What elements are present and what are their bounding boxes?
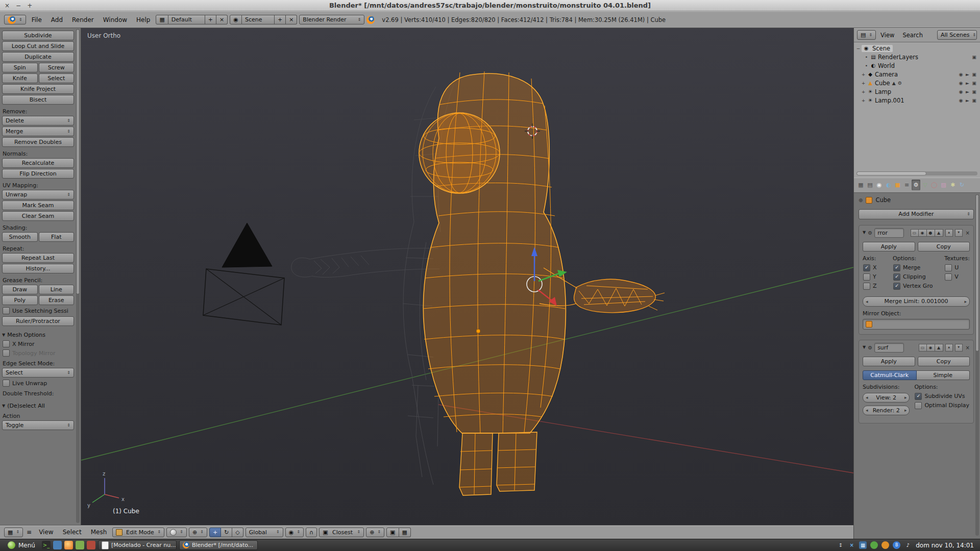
monster-head[interactable] bbox=[419, 113, 500, 193]
modifier-name-field[interactable]: rror bbox=[874, 228, 904, 238]
delete-layout-button[interactable]: × bbox=[216, 15, 228, 24]
viewport-shading-select[interactable]: ⇕ bbox=[166, 528, 187, 537]
taskbar-window-blender[interactable]: Blender* [/mnt/dato... bbox=[179, 540, 258, 550]
expander-icon[interactable]: + bbox=[860, 72, 867, 77]
viewport-canvas[interactable]: z y x bbox=[81, 28, 853, 525]
tab-render-icon[interactable]: ▦ bbox=[856, 180, 865, 190]
smooth-button[interactable]: Smooth bbox=[2, 232, 38, 242]
outliner-item-scene[interactable]: − ◉ Scene bbox=[855, 44, 979, 53]
outliner-item-world[interactable]: • ◐ World bbox=[855, 61, 979, 70]
stepper-left-icon[interactable]: ◂ bbox=[866, 408, 868, 413]
slider-right-icon[interactable]: ▸ bbox=[964, 299, 967, 304]
selectability-toggle-icon[interactable]: ► bbox=[964, 89, 971, 94]
screw-button[interactable]: Screw bbox=[39, 63, 75, 72]
unwrap-menu-button[interactable]: Unwrap ⇕ bbox=[2, 190, 74, 199]
selectability-toggle-icon[interactable]: ► bbox=[964, 98, 971, 103]
shield-icon[interactable] bbox=[870, 541, 878, 549]
deselect-all-panel-header[interactable]: ▼ (De)select All bbox=[2, 403, 74, 409]
gp-erase-button[interactable]: Erase bbox=[39, 295, 75, 305]
snap-element-select[interactable]: ▣ Closest ⇕ bbox=[319, 528, 364, 537]
scale-manipulator-button[interactable]: ◇ bbox=[232, 528, 243, 537]
render-toggle-icon[interactable]: ▭ bbox=[911, 229, 919, 237]
expander-icon[interactable]: + bbox=[860, 89, 867, 94]
outliner-item-lamp-001[interactable]: + ☀ Lamp.001 ◉ ► ▣ bbox=[855, 96, 979, 105]
outliner-item-lamp[interactable]: + ☀ Lamp ◉ ► ▣ bbox=[855, 87, 979, 96]
recalculate-button[interactable]: Recalculate bbox=[2, 158, 74, 168]
monitor-applet-icon[interactable]: ▦ bbox=[859, 541, 867, 549]
tab-object-data-icon[interactable]: ▽ bbox=[921, 180, 929, 190]
taskbar-window-writer[interactable]: [Modelado - Crear nu... bbox=[98, 540, 177, 550]
move-up-button[interactable]: ▲ bbox=[945, 229, 953, 237]
update-icon[interactable] bbox=[881, 541, 889, 549]
renderable-toggle-icon[interactable]: ▣ bbox=[971, 89, 977, 94]
menu-add[interactable]: Add bbox=[47, 16, 66, 23]
maximize-icon[interactable]: + bbox=[27, 3, 32, 9]
camera-object[interactable] bbox=[203, 223, 284, 325]
editmode-toggle-icon[interactable]: ● bbox=[927, 229, 935, 237]
add-layout-button[interactable]: + bbox=[205, 15, 216, 24]
texture-u-row[interactable]: U bbox=[945, 264, 969, 271]
eye-toggle-icon[interactable]: ◉ bbox=[927, 344, 935, 352]
add-modifier-button[interactable]: Add Modifier ⇕ bbox=[859, 209, 974, 219]
pivot-point-select[interactable]: ⊕ ⇕ bbox=[189, 528, 207, 537]
texture-v-checkbox[interactable] bbox=[945, 273, 952, 281]
expander-icon[interactable]: − bbox=[855, 46, 862, 51]
visibility-toggle-icon[interactable]: ◉ bbox=[958, 81, 964, 86]
render-subdivisions-field[interactable]: ◂ Render: 2 ▸ bbox=[863, 406, 910, 415]
desktop-menu-button[interactable]: Menú bbox=[4, 540, 39, 550]
visibility-toggle-icon[interactable]: ◉ bbox=[958, 72, 964, 77]
editor-type-button[interactable]: ▦ ⇕ bbox=[4, 528, 23, 537]
copy-button[interactable]: Copy bbox=[918, 242, 970, 252]
texture-u-checkbox[interactable] bbox=[945, 264, 952, 271]
network-icon[interactable]: ↕ bbox=[837, 541, 844, 549]
renderable-toggle-icon[interactable]: ▣ bbox=[971, 81, 977, 86]
screen-layout-name[interactable]: Default bbox=[168, 15, 205, 24]
editor-type-button[interactable]: ⇕ bbox=[4, 15, 26, 24]
add-scene-button[interactable]: + bbox=[275, 15, 286, 24]
x-mirror-checkbox[interactable] bbox=[3, 340, 10, 347]
knife-project-button[interactable]: Knife Project bbox=[2, 84, 74, 94]
renderable-toggle-icon[interactable]: ▣ bbox=[971, 72, 977, 77]
collapse-triangle-icon[interactable]: ▼ bbox=[863, 345, 866, 349]
delete-modifier-icon[interactable]: × bbox=[966, 230, 970, 236]
bisect-button[interactable]: Bisect bbox=[2, 95, 74, 105]
folder-icon[interactable] bbox=[76, 541, 84, 549]
tab-modifiers-icon[interactable]: ⚙ bbox=[912, 180, 920, 190]
move-down-button[interactable]: ▼ bbox=[955, 229, 963, 237]
mesh-options-panel-header[interactable]: ▼ Mesh Options bbox=[2, 332, 74, 338]
render-opengl-anim-button[interactable]: ▦ bbox=[399, 528, 411, 537]
tab-texture-icon[interactable]: ▨ bbox=[939, 180, 948, 190]
xorg-icon[interactable]: × bbox=[848, 541, 855, 549]
collapse-triangle-icon[interactable]: ▼ bbox=[863, 231, 866, 235]
file-manager-icon[interactable] bbox=[53, 541, 62, 549]
merge-row[interactable]: ✓ Merge bbox=[893, 264, 944, 271]
outliner-menu-search[interactable]: Search bbox=[899, 32, 926, 39]
repeat-last-button[interactable]: Repeat Last bbox=[2, 253, 74, 263]
remove-doubles-button[interactable]: Remove Doubles bbox=[2, 137, 74, 147]
screen-layout-icon[interactable]: ▦ bbox=[156, 15, 168, 24]
orientation-select[interactable]: Global ⇕ bbox=[246, 528, 283, 537]
mirror-object-field[interactable] bbox=[863, 319, 970, 330]
axis-y-row[interactable]: Y bbox=[863, 273, 892, 281]
outliner-horizontal-scrollbar[interactable] bbox=[856, 171, 977, 176]
scrollbar-thumb[interactable] bbox=[76, 29, 80, 294]
edge-select-mode-select[interactable]: Select ⇕ bbox=[2, 368, 74, 378]
use-sketching-checkbox[interactable] bbox=[3, 307, 10, 314]
merge-menu-button[interactable]: Merge ⇕ bbox=[2, 127, 74, 136]
pin-icon[interactable]: ⊕ bbox=[859, 197, 863, 203]
action-toggle-select[interactable]: Toggle ⇕ bbox=[2, 420, 74, 430]
modifier-name-field[interactable]: surf bbox=[874, 343, 904, 353]
flip-direction-button[interactable]: Flip Direction bbox=[2, 169, 74, 179]
selectability-toggle-icon[interactable]: ► bbox=[964, 81, 971, 86]
outliner-item-cube[interactable]: + ▲ Cube ▲ ⚙ ◉ ► ▣ bbox=[855, 79, 979, 87]
simple-button[interactable]: Simple bbox=[917, 370, 970, 380]
knife-button[interactable]: Knife bbox=[2, 73, 38, 83]
menu-help[interactable]: Help bbox=[133, 16, 154, 23]
viewport-3d[interactable]: z y x User Ortho (1) Cube bbox=[81, 28, 853, 525]
proportional-edit-select[interactable]: ◉ ⇕ bbox=[285, 528, 304, 537]
axis-z-row[interactable]: Z bbox=[863, 283, 892, 290]
terminal-icon[interactable]: >_ bbox=[42, 541, 51, 549]
monster-right-leg[interactable] bbox=[497, 432, 537, 491]
menu-render[interactable]: Render bbox=[68, 16, 97, 23]
menu-file[interactable]: File bbox=[28, 16, 45, 23]
